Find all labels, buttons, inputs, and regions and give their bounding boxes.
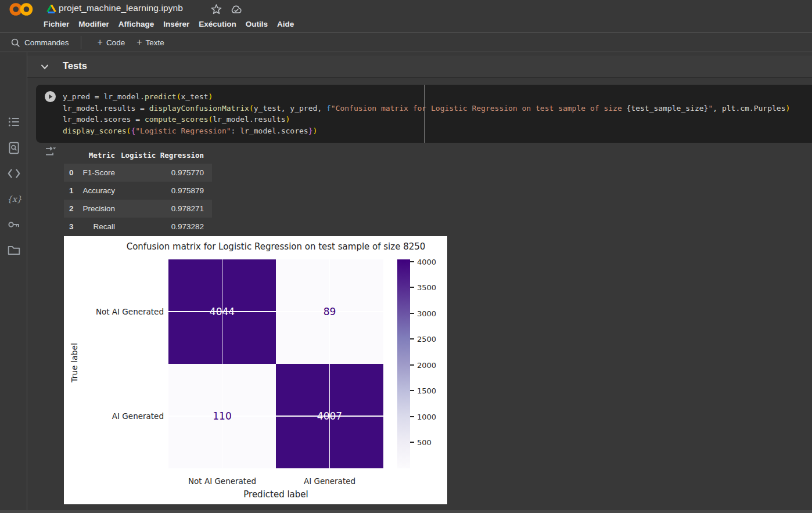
colorbar-tick-mark: [410, 442, 414, 443]
sidebar-item-variables[interactable]: {x}: [7, 192, 21, 206]
column-ruler: [424, 85, 425, 143]
row-index-cell: 3: [64, 222, 81, 231]
chevron-down-icon: [41, 64, 49, 70]
code-token: compute_scores: [145, 115, 209, 124]
colorbar: [397, 259, 410, 468]
toolbar: Commandes + Code + Texte: [0, 33, 812, 52]
add-code-label: Code: [106, 38, 125, 47]
menu-item-inserer[interactable]: Insérer: [159, 18, 194, 30]
variables-icon: {x}: [7, 194, 22, 204]
code-line-2: lr_model.results = displayConfusionMatri…: [63, 103, 812, 114]
colorbar-tick-mark: [410, 261, 414, 262]
code-token: predict: [145, 92, 177, 101]
code-cell: y_pred = lr_model.predict(x_test)lr_mode…: [36, 85, 812, 143]
x-axis-label: Predicted label: [243, 489, 308, 500]
table-row: 3Recall0.973282: [64, 218, 212, 236]
row-index-cell: 0: [64, 168, 81, 177]
code-token: "Logistic Regression": [135, 127, 231, 135]
output-options-icon[interactable]: [44, 145, 57, 158]
row-index-cell: 2: [64, 204, 81, 213]
colorbar-tick-label: 2500: [417, 335, 436, 344]
add-code-button[interactable]: + Code: [92, 35, 131, 49]
value-cell: 0.975770: [115, 168, 208, 177]
drive-icon: [46, 4, 56, 14]
key-icon: [7, 218, 21, 232]
menu-item-execution[interactable]: Exécution: [194, 18, 241, 30]
code-token: {test_sample_size}: [627, 104, 709, 113]
colorbar-tick-label: 4000: [417, 257, 436, 266]
y-tick-label: AI Generated: [64, 411, 164, 421]
command-palette-button[interactable]: Commandes: [10, 38, 69, 48]
cell-value: 4007: [317, 410, 342, 422]
gridline-vertical: [329, 259, 330, 468]
menu-item-modifier[interactable]: Modifier: [74, 18, 114, 30]
model-column-header: Logistic Regression: [115, 151, 208, 160]
gridline-horizontal: [168, 416, 383, 417]
sidebar-item-files[interactable]: [7, 243, 21, 257]
table-row: 2Precision0.978271: [64, 200, 212, 218]
metric-cell: F1-Score: [81, 168, 115, 177]
code-token: y_pred = lr_model.: [63, 92, 145, 101]
sidebar-item-table-of-contents[interactable]: [7, 115, 21, 129]
dataframe-body: 0F1-Score0.9757701Accuracy0.9758792Preci…: [64, 164, 212, 236]
notebook-title[interactable]: projet_machine_learning.ipynb: [59, 3, 183, 13]
colorbar-tick-mark: [410, 313, 414, 314]
app-header: projet_machine_learning.ipynb FichierMod…: [0, 0, 812, 33]
code-token: }: [308, 127, 313, 135]
toolbar-divider: [81, 36, 81, 49]
add-text-button[interactable]: + Texte: [131, 35, 170, 49]
code-token: : lr_model.scores: [231, 127, 308, 135]
code-line-4: display_scores({"Logistic Regression": l…: [63, 125, 812, 137]
y-axis-label: True label: [70, 343, 79, 382]
code-token: x_test: [181, 92, 209, 101]
sidebar-item-code-snippets[interactable]: [7, 167, 21, 180]
left-sidebar: {x}: [0, 52, 27, 513]
table-of-contents-icon: [7, 115, 21, 129]
gridline-horizontal: [168, 311, 383, 312]
section-title: Tests: [63, 60, 87, 71]
add-text-label: Texte: [146, 38, 164, 47]
colorbar-tick-label: 500: [417, 438, 432, 447]
code-token: , plt.cm.Purples: [713, 104, 785, 113]
search-icon: [10, 38, 20, 48]
menu-item-outils[interactable]: Outils: [241, 18, 272, 30]
menu-item-fichier[interactable]: Fichier: [39, 18, 74, 30]
heatmap: 4044891104007: [168, 259, 383, 468]
x-tick-label: AI Generated: [304, 476, 355, 486]
x-tick-label: Not AI Generated: [188, 476, 256, 486]
section-header-tests[interactable]: Tests: [27, 56, 812, 78]
table-row: 0F1-Score0.975770: [64, 164, 212, 182]
sidebar-item-find-and-replace[interactable]: [7, 141, 21, 155]
menu-item-affichage[interactable]: Affichage: [114, 18, 159, 30]
code-line-1: y_pred = lr_model.predict(x_test): [63, 91, 812, 103]
plus-icon: +: [98, 38, 103, 47]
colorbar-tick-mark: [410, 416, 414, 417]
colab-logo-icon[interactable]: [8, 2, 35, 17]
code-token: (: [177, 92, 181, 101]
star-icon[interactable]: [211, 3, 222, 15]
command-palette-label: Commandes: [24, 38, 69, 47]
code-token: (: [249, 104, 254, 113]
metric-cell: Accuracy: [81, 186, 115, 195]
cloud-saved-icon[interactable]: [229, 3, 243, 15]
bottom-strip: [0, 510, 812, 513]
dataframe-header-row: Metric Logistic Regression: [64, 146, 212, 164]
code-token: lr_model.results =: [63, 104, 149, 113]
metric-cell: Recall: [81, 222, 115, 231]
find-and-replace-icon: [7, 141, 21, 155]
colorbar-tick-label: 3000: [417, 309, 436, 317]
colorbar-tick-label: 1500: [417, 386, 436, 395]
code-token: "Confusion matrix for Logistic Regressio…: [331, 104, 627, 113]
title-row: projet_machine_learning.ipynb: [0, 0, 812, 17]
gridline-vertical: [222, 259, 223, 468]
menu-item-aide[interactable]: Aide: [272, 18, 299, 30]
sidebar-item-secrets[interactable]: [7, 218, 21, 232]
colorbar-tick-mark: [410, 390, 414, 391]
folder-icon: [7, 243, 21, 257]
row-index-cell: 1: [64, 186, 81, 195]
colorbar-tick-mark: [410, 364, 414, 366]
code-snippets-icon: [7, 167, 21, 180]
value-cell: 0.978271: [115, 204, 208, 213]
code-token: ): [286, 115, 290, 124]
colorbar-tick-label: 1000: [417, 412, 436, 421]
